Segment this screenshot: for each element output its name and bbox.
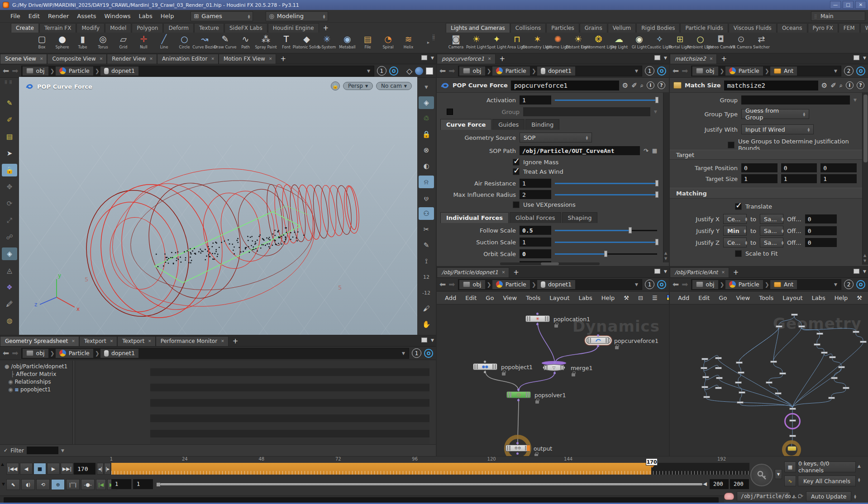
new-tab-button[interactable]: + xyxy=(229,337,243,346)
recycle-icon[interactable]: ♲ xyxy=(419,112,434,125)
new-tab-button[interactable]: + xyxy=(509,268,523,277)
path-dropdown-icon[interactable]: ▼ xyxy=(402,351,408,356)
close-icon[interactable]: ✕ xyxy=(211,57,215,61)
back-icon[interactable]: ⬅ xyxy=(3,349,9,357)
expand-icon[interactable]: ▾ xyxy=(419,81,434,93)
next-frame-button[interactable]: |▸ xyxy=(104,463,111,475)
activation-field[interactable]: 1 xyxy=(520,95,551,105)
set-key-button[interactable] xyxy=(750,464,773,486)
refresh-icon[interactable]: ⟳ xyxy=(798,492,804,500)
shelf-tool-box[interactable]: ▢Box xyxy=(32,33,52,53)
justify-with-dropdown[interactable]: Input If Wired▲▼ xyxy=(741,124,814,134)
dopnode-poplocation1[interactable]: ✳ xyxy=(525,315,550,322)
forward-icon[interactable]: ➡ xyxy=(12,67,18,75)
shelf-tab-particle-fluids[interactable]: Particle Fluids xyxy=(680,23,728,33)
target-position-field[interactable]: 0 xyxy=(781,163,817,172)
tab-render-view[interactable]: Render View✕ xyxy=(107,54,157,64)
crumb-obj[interactable]: obj xyxy=(23,67,48,76)
back-icon[interactable]: ⬅ xyxy=(439,281,446,288)
crumb-Particle[interactable]: Particle xyxy=(56,349,93,358)
netmenu-layout[interactable]: Layout xyxy=(779,294,806,302)
crumb-dopnet1[interactable]: dopnet1 xyxy=(537,280,575,289)
group-field[interactable] xyxy=(523,107,650,116)
justify-z-to-dropdown[interactable]: Sa...▲▼ xyxy=(760,238,783,247)
netmenu-labs[interactable]: Labs xyxy=(575,294,596,302)
playbar-jump-prev-key-icon[interactable]: |◀ xyxy=(96,479,106,490)
geo-node[interactable] xyxy=(775,392,782,395)
scroll-thumb[interactable] xyxy=(863,95,868,162)
chevron-down-icon[interactable]: ▼ xyxy=(61,448,64,453)
back-icon[interactable]: ⬅ xyxy=(672,67,679,75)
shelf-tab-wires[interactable]: Wires xyxy=(860,23,868,33)
select-arrow-icon[interactable]: ➤ xyxy=(2,147,17,160)
breadcrumb[interactable]: obj❯Particle❯Ant▼ xyxy=(691,66,842,76)
netmenu-view[interactable]: View xyxy=(499,294,520,302)
pane-menu-icon[interactable]: ▼ xyxy=(863,56,866,60)
pin-target-icon[interactable] xyxy=(657,280,666,289)
scoped-channels-icon[interactable]: ▦ xyxy=(784,461,796,472)
pane-expand-icon[interactable]: ▲ xyxy=(1,462,4,466)
tab-composite-view[interactable]: Composite View✕ xyxy=(47,54,107,64)
pane-grip[interactable]: ⣿ ⣿ xyxy=(5,81,14,83)
brush-icon[interactable]: ✐ xyxy=(631,81,637,90)
netmenu-edit[interactable]: Edit xyxy=(462,294,480,302)
note-icon[interactable]: ▤ xyxy=(2,130,17,143)
group-field[interactable] xyxy=(741,95,850,105)
hscroll-thumb[interactable] xyxy=(541,262,559,265)
menu-render[interactable]: Render xyxy=(44,11,73,21)
close-button[interactable]: ✕ xyxy=(855,1,866,9)
checkbox-use-groups[interactable] xyxy=(728,142,734,148)
close-icon[interactable]: ✕ xyxy=(100,57,103,61)
shelf-tool-camera[interactable]: ◙Camera xyxy=(446,33,466,53)
magnifier-icon[interactable]: ⌕ xyxy=(839,82,843,89)
netmenu-view[interactable]: View xyxy=(732,294,754,302)
shelf-tool-line[interactable]: ╱Line xyxy=(154,33,174,53)
geo-node[interactable] xyxy=(828,397,835,399)
folder-tab-shaping[interactable]: Shaping xyxy=(562,212,598,223)
shelf-tool-spot-light[interactable]: ✦Spot Light xyxy=(486,33,507,53)
shelf-tool-path[interactable]: ∿Path xyxy=(235,33,256,53)
justify-x-to-dropdown[interactable]: Sa...▲▼ xyxy=(760,214,783,224)
target-size-field[interactable]: 1 xyxy=(741,174,777,183)
pencil-icon[interactable]: ✎ xyxy=(419,239,434,252)
playbar-loop-icon[interactable]: ⟲ xyxy=(36,479,50,490)
pane-menu-icon[interactable]: ▼ xyxy=(431,338,434,342)
crumb-obj[interactable]: obj xyxy=(692,280,718,289)
crumb-obj[interactable]: obj xyxy=(459,67,485,76)
pane-link-badge[interactable]: 2 xyxy=(844,280,854,289)
dopnode-popobject1[interactable]: ●● xyxy=(473,363,497,370)
pin-icon[interactable]: ⊗ xyxy=(419,144,434,157)
wrench-icon[interactable]: ⚒ xyxy=(853,294,866,302)
scissors-icon[interactable]: ✂ xyxy=(419,223,434,236)
shelf-divider-grip[interactable]: ⣿⣿ xyxy=(432,35,436,39)
close-icon[interactable]: ✕ xyxy=(72,339,75,343)
menu-labs[interactable]: Labs xyxy=(135,11,157,21)
shelf-tab-polygon[interactable]: Polygon xyxy=(132,23,163,33)
geo-node[interactable] xyxy=(838,366,845,368)
geo-node[interactable] xyxy=(791,314,798,316)
pane-split-icon[interactable] xyxy=(854,55,859,60)
wireframe-cube-icon[interactable]: ◇ xyxy=(406,67,412,76)
checkbox-translate[interactable] xyxy=(735,203,742,210)
shelf-tool-area-light[interactable]: ⊓Area Light xyxy=(507,33,527,53)
shelf-tab-viscous-fluids[interactable]: Viscous Fluids xyxy=(729,23,777,33)
shelf-tool-spray-paint[interactable]: ⁂Spray Paint xyxy=(256,33,276,53)
netmenu-go[interactable]: Go xyxy=(482,294,497,302)
magnifier-icon[interactable]: ⌕ xyxy=(640,82,644,89)
close-icon[interactable]: ✕ xyxy=(149,57,153,61)
forward-icon[interactable]: ➡ xyxy=(682,281,688,288)
target-size-field[interactable]: 1 xyxy=(820,174,857,183)
pane-controls[interactable]: ▼ xyxy=(654,269,667,274)
path-dropdown-icon[interactable]: ▼ xyxy=(834,69,840,73)
geo-node[interactable] xyxy=(779,372,786,375)
shelf-tab-collisions[interactable]: Collisions xyxy=(510,23,546,33)
shelf-tab-houdini-engine[interactable]: Houdini Engine xyxy=(268,23,319,33)
dopnode-popsolver1[interactable]: ☺ xyxy=(506,391,531,398)
pin-target-icon[interactable] xyxy=(424,349,433,358)
node-name-field[interactable]: popcurveforce1 xyxy=(511,81,619,90)
scroll-up-icon[interactable]: ▲ xyxy=(863,253,868,257)
pin-target-icon[interactable] xyxy=(856,280,865,289)
geo-node[interactable] xyxy=(843,387,849,389)
geo-node[interactable] xyxy=(701,358,708,360)
range-track[interactable] xyxy=(160,483,702,485)
